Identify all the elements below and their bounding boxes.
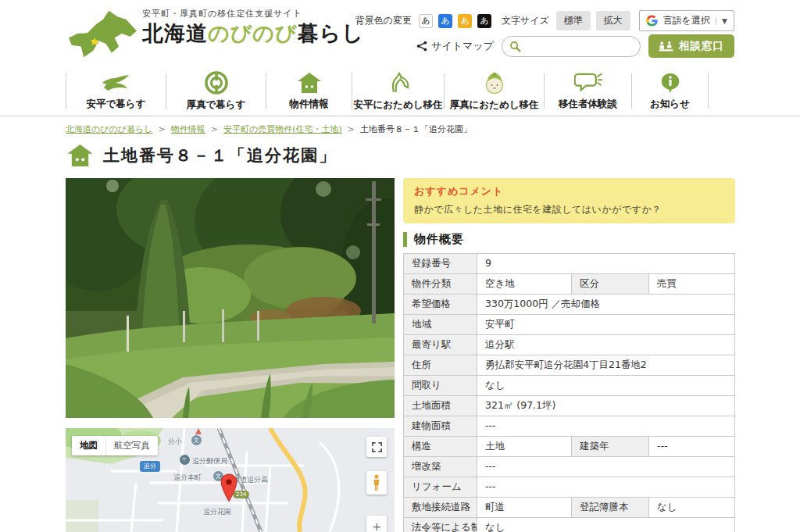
- nav-item-news[interactable]: お知らせ: [632, 66, 708, 116]
- nav-item-trial-migration-abira[interactable]: 安平におためし移住: [352, 66, 444, 116]
- site-title: 北海道のびのび暮らし: [142, 20, 364, 47]
- nav-label: お知らせ: [650, 98, 690, 111]
- row-label: 希望価格: [404, 294, 477, 314]
- table-row: 希望価格 330万1000円 ／売却価格: [404, 294, 735, 314]
- breadcrumb-link-home[interactable]: 北海道のびのび暮らし: [66, 124, 153, 134]
- breadcrumb-separator: >: [211, 124, 218, 134]
- page-title: 土地番号８－１「追分花園」: [103, 145, 337, 166]
- table-row: 間取り なし: [404, 375, 735, 395]
- recommend-comment-body: 静かで広々した土地に住宅を建設してはいかがですか？: [414, 203, 724, 216]
- bg-swatch-black[interactable]: あ: [477, 14, 491, 28]
- row-value: 321㎡ (97.1坪): [477, 395, 735, 416]
- bg-swatch-blue[interactable]: あ: [438, 14, 452, 28]
- map-zoom-in-button[interactable]: ＋: [366, 516, 387, 532]
- sitemap-link[interactable]: サイトマップ: [416, 39, 494, 53]
- row-label: 増改築: [404, 456, 477, 477]
- language-select[interactable]: 言語を選択 ▼: [639, 10, 734, 31]
- font-size-standard-button[interactable]: 標準: [556, 11, 591, 30]
- main-nav: 安平で暮らす 厚真で暮らす 物件情報: [0, 66, 800, 116]
- map-label-school-small: 分小: [168, 437, 182, 447]
- row-value: なし: [477, 517, 735, 532]
- recommend-comment-title: おすすめコメント: [414, 184, 724, 198]
- property-overview-table: 登録番号 9 物件分類 空き地 区分 売買 希望価格 330万1000円 ／売却…: [403, 253, 735, 532]
- map-label-post-office: 追分郵便局: [192, 456, 227, 466]
- bg-color-label: 背景色の変更: [355, 14, 412, 27]
- house-icon: [66, 144, 95, 167]
- font-size-large-button[interactable]: 拡大: [596, 11, 630, 30]
- speech-bubble-icon: [574, 72, 602, 94]
- hokkaido-map-icon: [67, 9, 139, 59]
- bg-swatch-yellow[interactable]: あ: [458, 14, 472, 28]
- map-embed[interactable]: 分小 文 追分 〒 追分郵便局 追分本町 文 北海道追分高 234 追分花園 地…: [66, 428, 395, 532]
- row-label: 地域: [404, 314, 477, 334]
- map-pin-icon: [220, 473, 238, 503]
- site-tagline: 安平町・厚真町の移住定住支援サイト: [142, 8, 364, 20]
- table-row: 物件分類 空き地 区分 売買: [404, 273, 735, 294]
- table-row: 増改築 ---: [404, 456, 735, 477]
- page: 安平町・厚真町の移住定住支援サイト 北海道のびのび暮らし 背景色の変更 あ あ …: [0, 0, 800, 532]
- consult-button[interactable]: 相談窓口: [648, 34, 734, 58]
- breadcrumb-link-properties[interactable]: 物件情報: [171, 124, 205, 134]
- table-row: 地域 安平町: [404, 314, 735, 334]
- row-value: 空き地: [477, 273, 572, 294]
- breadcrumb: 北海道のびのび暮らし>物件情報>安平町の売買物件(住宅・土地)>土地番号８－１「…: [66, 123, 472, 135]
- row-label: 法令等による制限: [404, 517, 477, 532]
- map-type-switch: 地図 航空写真: [72, 436, 158, 455]
- language-select-label: 言語を選択: [663, 14, 710, 27]
- map-fullscreen-button[interactable]: [366, 437, 387, 457]
- row-value: 9: [477, 253, 735, 273]
- row-label: 間取り: [404, 375, 477, 395]
- nav-label: 厚真で暮らす: [187, 98, 246, 112]
- nav-label: 厚真におためし移住: [450, 98, 539, 112]
- row-label: リフォーム: [404, 477, 477, 497]
- sitemap-icon: [416, 41, 427, 52]
- nav-separator: [708, 73, 709, 109]
- row-label: 区分: [572, 273, 649, 294]
- fullscreen-icon: [372, 442, 382, 452]
- map-type-map-button[interactable]: 地図: [72, 436, 105, 455]
- nav-item-testimonials[interactable]: 移住者体験談: [545, 66, 631, 116]
- row-label: 土地面積: [404, 395, 477, 416]
- row-value: 330万1000円 ／売却価格: [477, 294, 735, 314]
- font-size-label: 文字サイズ: [502, 14, 549, 27]
- breadcrumb-link-abira-sales[interactable]: 安平町の売買物件(住宅・土地): [223, 124, 342, 134]
- row-label: 敷地接続道路: [404, 497, 477, 517]
- chevron-down-icon: ▼: [716, 17, 727, 25]
- info-icon: [659, 72, 681, 94]
- header-bottom-controls: サイトマップ 相談窓口: [416, 34, 734, 58]
- table-row: リフォーム ---: [404, 477, 735, 497]
- row-value: 町道: [477, 497, 572, 517]
- nav-label: 安平で暮らす: [87, 98, 146, 111]
- row-label: 建築年: [572, 436, 649, 456]
- map-type-satellite-button[interactable]: 航空写真: [105, 436, 158, 455]
- photo-illustration: [66, 178, 395, 418]
- nav-label: 物件情報: [290, 98, 329, 111]
- row-label: 建物面積: [404, 416, 477, 436]
- row-value: 追分駅: [477, 334, 735, 355]
- site-header: 安平町・厚真町の移住定住支援サイト 北海道のびのび暮らし 背景色の変更 あ あ …: [0, 0, 800, 66]
- site-title-black1: 北海道: [142, 21, 208, 45]
- map-pegman-button[interactable]: [366, 471, 387, 495]
- property-photo: [66, 178, 395, 418]
- property-detail-column: おすすめコメント 静かで広々した土地に住宅を建設してはいかがですか？ 物件概要 …: [403, 178, 735, 532]
- site-logo[interactable]: 安平町・厚真町の移住定住支援サイト 北海道のびのび暮らし: [66, 6, 378, 61]
- search-input[interactable]: [526, 41, 633, 52]
- row-value: 土地: [477, 436, 572, 456]
- nav-item-trial-migration-atsuma[interactable]: 厚真におためし移住: [445, 66, 544, 116]
- sitemap-label: サイトマップ: [431, 39, 494, 53]
- nav-item-live-in-atsuma[interactable]: 厚真で暮らす: [166, 66, 266, 116]
- overview-heading: 物件概要: [403, 232, 735, 247]
- table-row: 敷地接続道路 町道 登記簿謄本 なし: [404, 497, 735, 517]
- consult-button-label: 相談窓口: [679, 39, 724, 53]
- breadcrumb-separator: >: [348, 124, 355, 134]
- nav-item-properties[interactable]: 物件情報: [266, 66, 352, 116]
- row-label: 構造: [404, 436, 477, 456]
- table-row: 法令等による制限 なし: [404, 517, 735, 532]
- pegman-icon: [372, 474, 381, 491]
- bg-swatch-white[interactable]: あ: [419, 14, 433, 28]
- nav-item-live-in-abira[interactable]: 安平で暮らす: [66, 66, 166, 116]
- table-row: 住所 勇払郡安平町追分花園4丁目21番地2: [404, 355, 735, 375]
- logo-text: 安平町・厚真町の移住定住支援サイト 北海道のびのび暮らし: [142, 8, 364, 47]
- table-row: 最寄り駅 追分駅: [404, 334, 735, 355]
- station-badge: 追分: [140, 461, 160, 472]
